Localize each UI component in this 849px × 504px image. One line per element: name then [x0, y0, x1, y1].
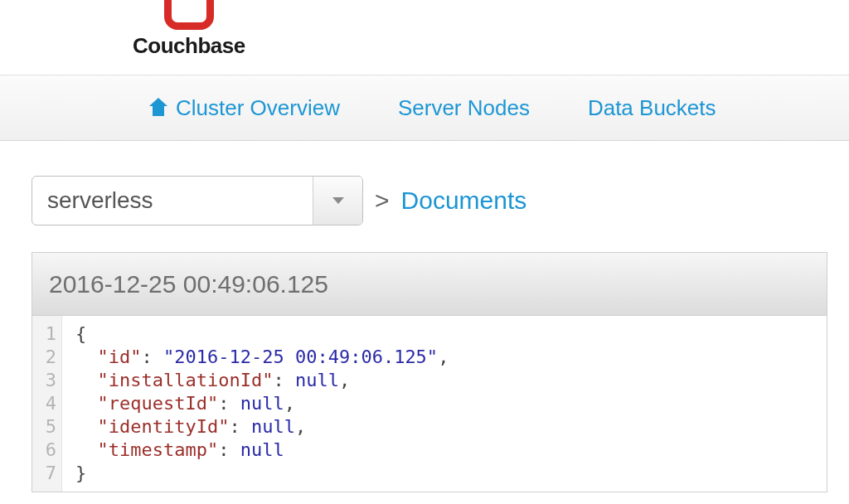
code-body[interactable]: { "id": "2016-12-25 00:49:06.125", "inst… — [62, 316, 462, 492]
home-icon — [149, 99, 167, 116]
document-panel: 2016-12-25 00:49:06.125 1234567 { "id": … — [32, 252, 827, 492]
line-number: 7 — [32, 462, 56, 485]
chevron-down-icon — [332, 197, 344, 204]
breadcrumb-separator: > — [375, 187, 390, 215]
nav-data-buckets[interactable]: Data Buckets — [588, 95, 716, 121]
line-number: 4 — [32, 392, 56, 415]
brand-logo: Couchbase — [133, 3, 245, 59]
top-nav: Cluster Overview Server Nodes Data Bucke… — [0, 75, 849, 141]
bucket-selected-label: serverless — [32, 187, 153, 214]
document-json-viewer: 1234567 { "id": "2016-12-25 00:49:06.125… — [32, 316, 827, 492]
document-id-header: 2016-12-25 00:49:06.125 — [32, 253, 827, 316]
line-number: 6 — [32, 439, 56, 462]
nav-label: Server Nodes — [398, 95, 530, 121]
breadcrumb: serverless > Documents — [0, 141, 849, 225]
line-number: 5 — [32, 415, 56, 439]
code-gutter: 1234567 — [32, 316, 62, 492]
breadcrumb-documents-link[interactable]: Documents — [401, 187, 527, 215]
line-number: 2 — [32, 346, 56, 369]
bucket-selector[interactable]: serverless — [32, 176, 363, 225]
brand-name: Couchbase — [133, 33, 245, 59]
header: Couchbase — [0, 0, 849, 75]
nav-label: Cluster Overview — [176, 95, 340, 121]
brand-icon — [164, 3, 214, 30]
bucket-selector-toggle[interactable] — [313, 177, 362, 225]
nav-label: Data Buckets — [588, 95, 716, 121]
line-number: 1 — [32, 322, 56, 346]
nav-server-nodes[interactable]: Server Nodes — [398, 95, 530, 121]
line-number: 3 — [32, 369, 56, 392]
nav-cluster-overview[interactable]: Cluster Overview — [149, 95, 340, 121]
